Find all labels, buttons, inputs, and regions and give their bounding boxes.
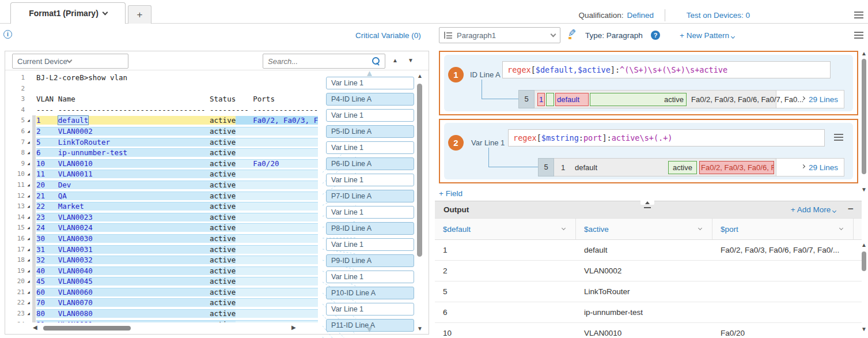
- editor-line[interactable]: 3VLAN Name Status Ports: [5, 94, 323, 105]
- column-header-active[interactable]: $active: [576, 219, 712, 239]
- lines-link[interactable]: 29 Lines: [809, 163, 838, 172]
- pattern-2-regex-input[interactable]: regex[$mstring:port]:active\s+(.+): [508, 129, 825, 147]
- hamburger-icon[interactable]: [834, 134, 843, 141]
- collapse-panel-icon[interactable]: [640, 197, 654, 205]
- scrollbar-thumb[interactable]: [862, 251, 866, 271]
- search-prev-button[interactable]: ▲: [392, 58, 398, 63]
- editor-line[interactable]: 11◢20 Dev active: [5, 180, 323, 191]
- pattern-line-button-var-line-1[interactable]: Var Line 1: [326, 206, 414, 219]
- minimize-output-button[interactable]: −: [848, 204, 854, 215]
- fold-triangle-icon[interactable]: ◢: [25, 159, 32, 170]
- pattern-line-button-p10-id-line-a[interactable]: P10-ID Line A: [326, 287, 414, 299]
- pattern-line-button-var-line-1[interactable]: Var Line 1: [326, 141, 414, 154]
- editor-line[interactable]: 21◢60 VLAN0060 active: [5, 287, 323, 298]
- pattern-line-button-p6-id-line-a[interactable]: P6-ID Line A: [326, 157, 414, 170]
- editor-line[interactable]: 10◢11 VLAN0011 active: [5, 169, 323, 180]
- scrollbar-thumb[interactable]: [862, 59, 866, 174]
- new-pattern-button[interactable]: + New Pattern: [680, 31, 734, 40]
- editor-line[interactable]: 7◢5 LinkToRouter active: [5, 137, 323, 148]
- editor-line[interactable]: 20◢45 VLAN0045 active: [5, 276, 323, 287]
- table-row[interactable]: 2VLAN0002: [435, 261, 862, 281]
- fold-triangle-icon[interactable]: ◢: [25, 148, 32, 159]
- table-row[interactable]: 1defaultFa0/2, Fa0/3, Fa0/6, Fa0/7, Fa0/…: [435, 240, 862, 261]
- fold-triangle-icon[interactable]: ◢: [25, 180, 32, 191]
- pattern-1-sample-row[interactable]: 5 1 default active Fa0/2, Fa0/3, Fa0/6, …: [518, 90, 844, 108]
- editor-line[interactable]: 16◢30 VLAN0030 active: [5, 234, 323, 245]
- help-icon[interactable]: ?: [651, 31, 660, 40]
- table-row[interactable]: 10VLAN0010Fa0/20: [435, 323, 862, 338]
- fold-triangle-icon[interactable]: ◢: [25, 212, 32, 223]
- pattern-line-button-var-line-1[interactable]: Var Line 1: [326, 77, 414, 89]
- pattern-line-button-var-line-1[interactable]: Var Line 1: [326, 271, 414, 283]
- qualification-value[interactable]: Defined: [627, 11, 654, 20]
- scroll-down-arrow-icon[interactable]: ▼: [861, 187, 867, 193]
- scroll-up-indicator-icon[interactable]: ▲: [365, 69, 374, 77]
- editor-line[interactable]: 23◢80 VLAN0080 active: [5, 309, 323, 320]
- hamburger-icon[interactable]: [854, 32, 863, 39]
- pattern-line-button-p7-id-line-a[interactable]: P7-ID Line A: [326, 190, 414, 202]
- search-next-button[interactable]: ▼: [408, 58, 414, 63]
- info-icon[interactable]: i: [3, 30, 12, 39]
- pattern-2-label[interactable]: Var Line 1: [471, 138, 505, 147]
- pattern-1-regex-input[interactable]: regex[$default,$active]:^(\S+)\s+(\S+)\s…: [502, 61, 831, 78]
- critical-variable-link[interactable]: Critical Variable (0): [355, 31, 421, 40]
- editor-line[interactable]: 19◢40 VLAN0040 active: [5, 266, 323, 277]
- search-input[interactable]: [268, 57, 372, 66]
- fold-triangle-icon[interactable]: ◢: [25, 298, 32, 309]
- editor-line[interactable]: 1BJ-L2-coreB>show vlan: [5, 73, 323, 84]
- editor-line[interactable]: 15◢24 VLAN0024 active: [5, 223, 323, 234]
- fold-triangle-icon[interactable]: ◢: [25, 223, 32, 234]
- scroll-up-arrow-icon[interactable]: ▲: [417, 73, 423, 79]
- pattern-line-button-p9-id-line-a[interactable]: P9-ID Line A: [326, 254, 414, 267]
- editor-line[interactable]: 8◢6 ip-unnumber-test active: [5, 148, 323, 159]
- editor-line[interactable]: 4---- ----------------------------------…: [5, 105, 323, 116]
- add-tab-button[interactable]: +: [128, 5, 151, 24]
- fold-triangle-icon[interactable]: ◢: [25, 126, 32, 137]
- editor-line[interactable]: 14◢23 VLAN0023 active: [5, 212, 323, 223]
- patterns-scrollbar[interactable]: ▲ ▼: [861, 51, 867, 195]
- fold-triangle-icon[interactable]: ◢: [25, 287, 32, 298]
- editor-line[interactable]: 6◢2 VLAN0002 active: [5, 126, 323, 137]
- search-icon[interactable]: [372, 57, 380, 66]
- editor-line[interactable]: 22◢70 VLAN0070 active: [5, 298, 323, 309]
- add-field-link[interactable]: + Field: [439, 189, 463, 198]
- column-header-default[interactable]: $default: [435, 219, 576, 239]
- editor-line[interactable]: 2: [5, 84, 323, 95]
- cli-text-editor[interactable]: 1BJ-L2-coreB>show vlan23VLAN Name Status…: [5, 70, 323, 324]
- test-on-devices-link[interactable]: Test on Devices: 0: [687, 11, 750, 20]
- fold-triangle-icon[interactable]: ◢: [25, 201, 32, 212]
- output-scrollbar[interactable]: ▲ ▼: [861, 242, 867, 335]
- pattern-line-button-p4-id-line-a[interactable]: P4-ID Line A: [326, 93, 414, 106]
- pattern-line-button-var-line-1[interactable]: Var Line 1: [326, 238, 414, 251]
- fold-triangle-icon[interactable]: ◢: [25, 255, 32, 266]
- scroll-up-arrow-icon[interactable]: ▲: [861, 51, 867, 57]
- editor-line[interactable]: 17◢31 VLAN0031 active: [5, 245, 323, 256]
- edit-pencil-icon[interactable]: [568, 29, 578, 39]
- scroll-down-arrow-icon[interactable]: ▼: [861, 326, 867, 332]
- editor-line[interactable]: 13◢22 Market active: [5, 201, 323, 212]
- fold-triangle-icon[interactable]: ◢: [25, 266, 32, 277]
- hamburger-icon[interactable]: [854, 12, 863, 18]
- editor-h-scrollbar[interactable]: ◀ ▶: [5, 322, 323, 334]
- fold-triangle-icon[interactable]: ◢: [25, 234, 32, 245]
- column-header-port[interactable]: $port: [712, 219, 854, 239]
- table-row[interactable]: 5LinkToRouter: [435, 281, 862, 302]
- editor-line[interactable]: 18◢32 VLAN0032 active: [5, 255, 323, 266]
- pattern-line-button-var-line-1[interactable]: Var Line 1: [326, 174, 414, 186]
- pattern-1-label[interactable]: ID Line A: [470, 70, 501, 79]
- fold-triangle-icon[interactable]: ◢: [25, 137, 32, 148]
- editor-line[interactable]: 9◢10 VLAN0010 active Fa0/20: [5, 159, 323, 170]
- editor-line[interactable]: 12◢21 QA active: [5, 191, 323, 202]
- scroll-right-arrow-icon[interactable]: ▶: [291, 325, 296, 331]
- fold-triangle-icon[interactable]: ◢: [25, 191, 32, 202]
- add-more-button[interactable]: + Add More: [791, 205, 836, 214]
- device-select[interactable]: Current Device: [12, 54, 128, 69]
- scrollbar-thumb[interactable]: [43, 326, 131, 331]
- pattern-line-button-var-line-1[interactable]: Var Line 1: [326, 109, 414, 122]
- pattern-line-button-var-line-1[interactable]: Var Line 1: [326, 303, 414, 316]
- scroll-down-indicator-icon[interactable]: ▼: [365, 325, 374, 333]
- pattern-line-button-p8-id-line-a[interactable]: P8-ID Line A: [326, 222, 414, 235]
- scroll-up-arrow-icon[interactable]: ▲: [861, 242, 867, 248]
- editor-line[interactable]: 5◢1 default active Fa0/2, Fa0/3, F: [5, 115, 323, 126]
- scroll-left-arrow-icon[interactable]: ◀: [33, 325, 37, 331]
